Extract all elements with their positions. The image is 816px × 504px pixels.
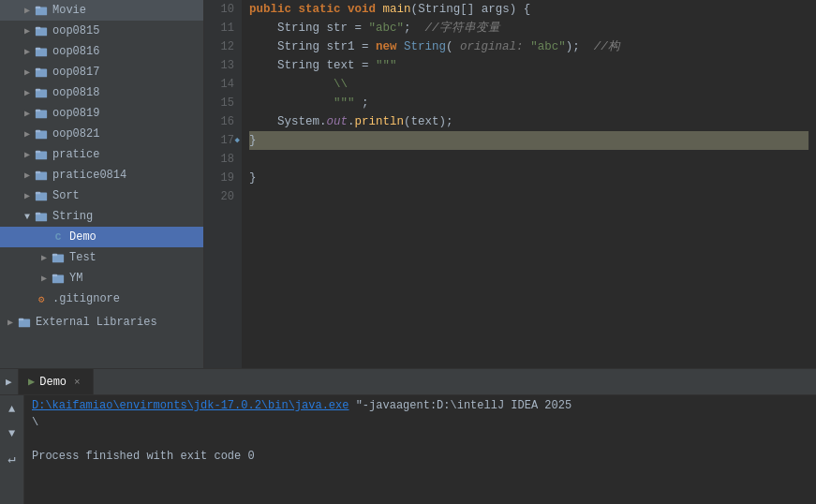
sidebar-item-oop0817[interactable]: ▶ oop0817 [0,62,203,82]
folder-icon-external [17,315,32,330]
sidebar-item-string[interactable]: ▼ String [0,206,203,227]
editor-area: ▶ 10 11 12 13 14 15 16 17 ◆ 18 19 20 [204,0,816,368]
sidebar-item-movie[interactable]: ▶ Movie [0,0,203,21]
arrow-movie: ▶ [21,4,34,17]
folder-icon-sort [34,188,49,203]
line-num-20: 20 [212,187,234,206]
code-line-10: public static void main(String[] args) { [249,0,809,19]
svg-rect-26 [52,274,57,277]
arrow-oop0815: ▶ [21,24,34,37]
folder-icon-oop0818 [34,85,49,100]
svg-rect-14 [36,130,40,133]
line-numbers: ▶ 10 11 12 13 14 15 16 17 ◆ 18 19 20 [204,0,242,368]
arrow-oop0819: ▶ [21,107,34,120]
tab-run-demo[interactable]: ▶ Demo × [19,369,94,394]
folder-icon-oop0816 [34,44,49,59]
code-line-16: System.out.println(text); [249,112,809,131]
sidebar-item-sort[interactable]: ▶ Sort [0,185,203,206]
line-num-18: 18 [212,150,234,169]
line-num-11: 11 [212,19,234,37]
console-args: "-javaagent:D:\intellJ IDEA 2025 [356,399,571,412]
sidebar-label-oop0821: oop0821 [52,127,200,141]
svg-rect-24 [52,254,57,257]
console-sidebar: ▲ ▼ ↵ [0,395,24,504]
scroll-down-button[interactable]: ▼ [2,423,22,444]
svg-rect-18 [36,171,40,174]
code-line-11: String str = "abc"; //字符串变量 [249,19,809,37]
console-line-1: D:\kaifamiao\envirmonts\jdk-17.0.2\bin\j… [32,397,809,414]
folder-icon-ym [51,271,66,286]
arrow-string: ▼ [21,210,34,223]
sidebar-label-oop0818: oop0818 [52,86,200,99]
arrow-pratice0814: ▶ [21,169,34,182]
sidebar-item-pratice0814[interactable]: ▶ pratice0814 [0,165,203,185]
sidebar-label-ym: YM [69,272,200,285]
folder-icon-oop0815 [34,23,49,38]
console-line-2: \ [32,414,809,431]
sidebar-label-test: Test [69,251,200,264]
sidebar-label-gitignore: .gitignore [52,292,200,305]
sidebar-label-oop0816: oop0816 [52,45,200,58]
sidebar-item-ym[interactable]: ▶ YM [0,268,203,289]
sidebar-label-demo: Demo [69,230,200,244]
sidebar-label-oop0815: oop0815 [52,24,200,37]
line-num-14: 14 [212,75,234,94]
sidebar-item-oop0819[interactable]: ▶ oop0819 [0,103,203,124]
arrow-sort: ▶ [21,189,34,202]
folder-icon-string [34,209,49,224]
arrow-external: ▶ [4,316,17,329]
sidebar-item-oop0821[interactable]: ▶ oop0821 [0,124,203,144]
svg-rect-28 [19,318,23,320]
sidebar-label-oop0817: oop0817 [52,66,200,79]
code-line-13: String text = """ [249,56,809,75]
code-line-12: String str1 = new String( original: "abc… [249,37,809,56]
sidebar: ▶ Movie ▶ oop0815 ▶ oop0816 ▶ oop [0,0,204,368]
svg-rect-22 [36,213,40,215]
sidebar-item-oop0818[interactable]: ▶ oop0818 [0,82,203,103]
sidebar-label-sort: Sort [52,189,200,202]
sidebar-item-demo[interactable]: ▶ C Demo [0,227,203,247]
wrap-button[interactable]: ↵ [2,448,22,468]
svg-rect-6 [36,48,40,51]
sidebar-item-oop0815[interactable]: ▶ oop0815 [0,21,203,41]
line-num-17: 17 ◆ [212,131,234,150]
folder-icon-pratice0814 [34,168,49,183]
code-editor[interactable]: public static void main(String[] args) {… [242,0,816,368]
console-line-4: Process finished with exit code 0 [32,448,809,465]
sidebar-item-gitignore[interactable]: ▶ ⚙ .gitignore [0,289,203,309]
line-num-19: 19 [212,169,234,187]
scroll-up-button[interactable]: ▲ [2,399,22,420]
bookmark-icon: ◆ [235,131,240,150]
bottom-panel: ▶ ▶ Demo × ▲ ▼ ↵ D:\kaifamiao\envirmonts… [0,368,816,504]
arrow-oop0817: ▶ [21,66,34,79]
code-line-15: """ ; [249,94,809,112]
code-line-17: } [249,131,809,150]
sidebar-label-external: External Libraries [36,316,200,329]
sidebar-item-pratice[interactable]: ▶ pratice [0,144,203,165]
code-line-20 [249,187,809,206]
arrow-pratice: ▶ [21,148,34,161]
svg-rect-2 [36,7,40,9]
sidebar-item-test[interactable]: ▶ Test [0,247,203,268]
folder-icon-oop0821 [34,126,49,141]
run-section-label: ▶ [0,369,19,394]
sidebar-label-movie: Movie [52,4,200,17]
sidebar-item-oop0816[interactable]: ▶ oop0816 [0,41,203,62]
tab-close-button[interactable]: × [71,376,83,389]
arrow-test: ▶ [37,251,51,264]
arrow-ym: ▶ [37,272,51,285]
java-exe-path[interactable]: D:\kaifamiao\envirmonts\jdk-17.0.2\bin\j… [32,399,349,412]
line-num-12: 12 [212,37,234,56]
arrow-oop0816: ▶ [21,45,34,58]
sidebar-item-external[interactable]: ▶ External Libraries [0,311,203,332]
svg-rect-16 [36,151,40,154]
folder-icon-movie [34,3,49,18]
line-num-15: 15 [212,94,234,112]
folder-icon-oop0819 [34,106,49,121]
code-line-18 [249,150,809,169]
tab-run-label: Demo [39,376,67,389]
line-num-10: ▶ 10 [212,0,234,19]
sidebar-label-oop0819: oop0819 [52,107,200,120]
line-num-13: 13 [212,56,234,75]
run-icon-tab: ▶ [28,375,35,389]
